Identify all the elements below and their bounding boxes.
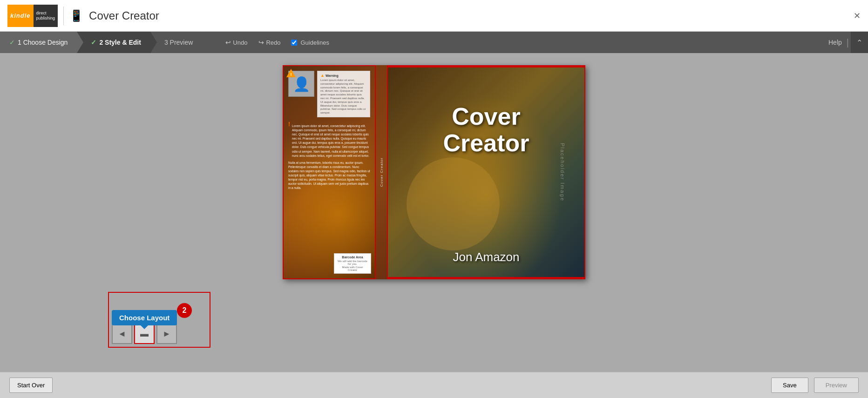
redo-icon: ↪ bbox=[258, 39, 264, 46]
kindle-brand: kindle bbox=[7, 5, 34, 27]
footer-left: Start Over bbox=[9, 378, 53, 393]
divider-line: | bbox=[847, 37, 849, 48]
collapse-button[interactable]: ⌃ bbox=[851, 32, 868, 53]
app-title: Cover Creator bbox=[89, 9, 159, 22]
barcode-area: Barcode Area We will add the barcode for… bbox=[334, 253, 371, 274]
front-circle-shape bbox=[407, 157, 500, 250]
spine: Cover Creator bbox=[376, 65, 387, 279]
preview-button[interactable]: Preview bbox=[814, 378, 859, 393]
kindle-logo: kindle direct publishing bbox=[7, 5, 58, 27]
collapse-icon: ⌃ bbox=[856, 39, 862, 47]
front-title: CoverCreator bbox=[397, 103, 575, 156]
person-icon: 👤 bbox=[293, 76, 310, 92]
device-icon: 📱 bbox=[69, 9, 83, 22]
step1-check: ✓ bbox=[9, 39, 15, 46]
guidelines-checkbox-label[interactable]: Guidelines bbox=[291, 39, 329, 46]
red-border-bottom bbox=[388, 277, 584, 278]
red-border-top bbox=[388, 66, 584, 67]
start-over-button[interactable]: Start Over bbox=[9, 378, 53, 393]
warning-section: 👤 ! ▲ Warning Lorem ipsum dolor sit amet… bbox=[288, 71, 370, 117]
step3-label: 3 Preview bbox=[164, 39, 193, 46]
front-title-area: CoverCreator bbox=[388, 103, 584, 156]
barcode-title: Barcode Area bbox=[337, 256, 368, 259]
redo-button[interactable]: ↪ Redo bbox=[254, 37, 285, 48]
front-cover: Placeholder Image CoverCreator Jon Amazo… bbox=[387, 65, 585, 279]
cover-preview: 👤 ! ▲ Warning Lorem ipsum dolor sit amet… bbox=[283, 65, 585, 279]
header: kindle direct publishing 📱 Cover Creator… bbox=[0, 0, 868, 32]
footer: Start Over Save Preview bbox=[0, 372, 868, 398]
back-text-2: Nulla at urna fermentum, lobortis risus … bbox=[288, 161, 370, 190]
layout-button-1[interactable]: ◄ bbox=[112, 324, 132, 344]
layout-3-icon: ► bbox=[163, 329, 171, 339]
layout-2-icon: ▬ bbox=[140, 329, 149, 339]
header-left: kindle direct publishing 📱 Cover Creator bbox=[7, 5, 159, 27]
author-image-box: 👤 ! bbox=[288, 71, 314, 117]
barcode-note1: We will add the barcode for you. bbox=[337, 260, 368, 265]
main-area: 👤 ! ▲ Warning Lorem ipsum dolor sit amet… bbox=[0, 53, 868, 372]
wizard-step-2[interactable]: ✓ 2 Style & Edit bbox=[77, 32, 150, 53]
close-button[interactable]: ✕ bbox=[854, 11, 861, 21]
layout-1-icon: ◄ bbox=[118, 329, 126, 339]
spine-text: Cover Creator bbox=[380, 157, 384, 187]
step2-label: 2 Style & Edit bbox=[99, 39, 141, 46]
back-cover: 👤 ! ▲ Warning Lorem ipsum dolor sit amet… bbox=[283, 65, 376, 279]
front-author: Jon Amazon bbox=[388, 250, 584, 264]
wizard-step-1[interactable]: ✓ 1 Choose Design bbox=[0, 32, 77, 53]
layout-button-3[interactable]: ► bbox=[156, 324, 177, 344]
undo-button[interactable]: ↩ Undo bbox=[221, 37, 252, 48]
barcode-note2: Made with Cover Creator bbox=[337, 266, 368, 271]
back-cover-content: 👤 ! ▲ Warning Lorem ipsum dolor sit amet… bbox=[284, 66, 375, 278]
save-button[interactable]: Save bbox=[771, 378, 808, 393]
guidelines-label: Guidelines bbox=[301, 39, 329, 46]
exclamation-icon: ! bbox=[288, 121, 290, 128]
wizard-tools: ↩ Undo ↪ Redo Guidelines bbox=[221, 37, 828, 48]
warning-box: ▲ Warning Lorem ipsum dolor sit amet, co… bbox=[317, 71, 370, 117]
wizard-step-3[interactable]: 3 Preview bbox=[150, 32, 202, 53]
footer-right: Save Preview bbox=[771, 378, 859, 393]
header-divider bbox=[63, 7, 64, 25]
step2-check: ✓ bbox=[91, 39, 96, 46]
choose-layout-tooltip[interactable]: Choose Layout bbox=[112, 310, 177, 325]
help-button[interactable]: Help bbox=[828, 39, 842, 46]
step1-label: 1 Choose Design bbox=[18, 39, 68, 46]
publishing-brand: direct publishing bbox=[34, 5, 58, 27]
step-badge: 2 bbox=[177, 303, 192, 318]
undo-icon: ↩ bbox=[225, 39, 231, 46]
back-text-1: Lorem ipsum dolor sit amet, consectetur … bbox=[292, 124, 370, 158]
guidelines-checkbox[interactable] bbox=[291, 40, 297, 46]
wizard-bar: ✓ 1 Choose Design ✓ 2 Style & Edit 3 Pre… bbox=[0, 32, 868, 53]
